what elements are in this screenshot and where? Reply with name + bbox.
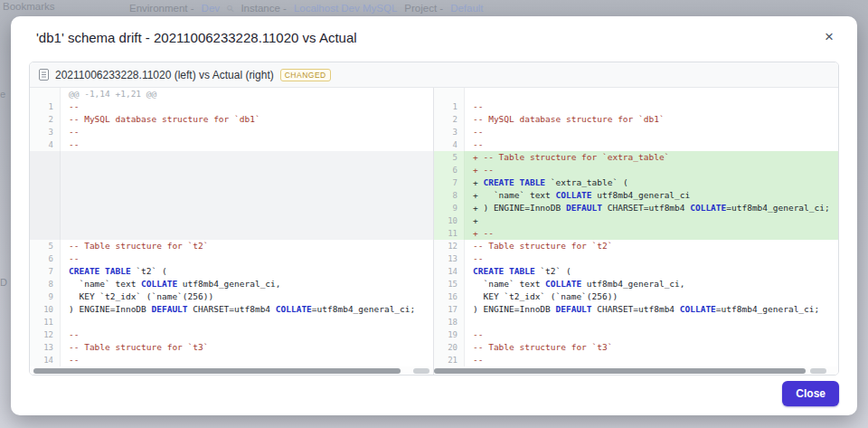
file-icon [39, 69, 49, 81]
left-scrollbar-thumb[interactable] [33, 368, 401, 374]
modal-header: 'db1' schema drift - 20211006233228.1102… [11, 16, 857, 60]
diff-line: 9 KEY `t2_idx` (`name`(256)) [30, 290, 433, 303]
diff-line: 10) ENGINE=InnoDB DEFAULT CHARSET=utf8mb… [30, 303, 433, 316]
diff-line: 5+ -- Table structure for `extra_table` [434, 151, 838, 164]
diff-gap-block [30, 151, 433, 240]
environment-value: Dev [202, 3, 220, 14]
diff-line: 11+ -- [434, 227, 838, 240]
project-value: Default [450, 3, 483, 14]
diff-line: 21-- [434, 354, 838, 366]
status-badge: CHANGED [280, 69, 331, 81]
diff-pane-right[interactable]: 1--2-- MySQL database structure for `db1… [434, 88, 838, 375]
modal-footer: Close [782, 381, 839, 406]
diff-body: @@ -1,14 +1,21 @@1--2-- MySQL database s… [30, 88, 838, 375]
diff-pane-left[interactable]: @@ -1,14 +1,21 @@1--2-- MySQL database s… [30, 88, 434, 375]
diff-line: 7+ CREATE TABLE `extra_table` ( [434, 176, 838, 189]
diff-file-label: 20211006233228.11020 (left) vs Actual (r… [55, 69, 274, 81]
diff-line: 15 `name` text COLLATE utf8mb4_general_c… [434, 278, 838, 290]
right-horizontal-scrollbar[interactable] [434, 366, 838, 375]
left-horizontal-scrollbar[interactable] [30, 366, 433, 375]
project-label: Project - [404, 3, 443, 14]
instance-value: Localhost Dev MySQL [294, 3, 397, 14]
diff-line: 3-- [30, 126, 433, 138]
diff-line: 14CREATE TABLE `t2` ( [434, 265, 838, 278]
environment-label: Environment - [129, 3, 194, 14]
diff-line: 11 [30, 316, 433, 328]
right-scrollbar-thumb[interactable] [434, 368, 806, 374]
diff-line: 8+ `name` text COLLATE utf8mb4_general_c… [434, 189, 838, 202]
background-app-topbar: Bookmarks Environment - Dev ⚲ Instance -… [0, 0, 868, 14]
diff-line: 6+ -- [434, 164, 838, 176]
diff-line: 13-- Table structure for `t3` [30, 341, 433, 354]
diff-line: 5-- Table structure for `t2` [30, 240, 433, 252]
diff-line: 13-- [434, 252, 838, 265]
background-sidebar-fragment: D [0, 277, 7, 288]
diff-line: 2-- MySQL database structure for `db1` [30, 113, 433, 126]
diff-line: 18 [434, 316, 838, 328]
left-scrollbar-end-piece [413, 368, 429, 374]
diff-card: 20211006233228.11020 (left) vs Actual (r… [29, 62, 839, 376]
diff-line: 1-- [434, 100, 838, 113]
close-icon[interactable]: × [819, 27, 839, 47]
diff-line: 19-- [434, 328, 838, 341]
diff-header: 20211006233228.11020 (left) vs Actual (r… [30, 62, 838, 88]
instance-plug-icon: ⚲ [224, 3, 236, 14]
diff-line: 1-- [30, 100, 433, 113]
diff-line: 12-- [30, 328, 433, 341]
diff-line: 17) ENGINE=InnoDB DEFAULT CHARSET=utf8mb… [434, 303, 838, 316]
diff-line: 4-- [434, 138, 838, 151]
diff-line [434, 88, 838, 100]
diff-line: 14-- [30, 354, 433, 366]
diff-line: 6-- [30, 252, 433, 265]
diff-line: @@ -1,14 +1,21 @@ [30, 88, 433, 100]
background-bookmarks-label: Bookmarks [3, 1, 55, 12]
diff-line: 12-- Table structure for `t2` [434, 240, 838, 252]
background-sidebar-fragment: e [0, 89, 5, 100]
diff-line: 10+ [434, 214, 838, 227]
diff-line: 3-- [434, 126, 838, 138]
diff-line: 4-- [30, 138, 433, 151]
close-button[interactable]: Close [782, 381, 839, 406]
diff-line: 7CREATE TABLE `t2` ( [30, 265, 433, 278]
diff-line: 20-- Table structure for `t3` [434, 341, 838, 354]
right-scrollbar-end-piece [810, 368, 826, 374]
schema-drift-modal: 'db1' schema drift - 20211006233228.1102… [11, 16, 857, 415]
modal-title: 'db1' schema drift - 20211006233228.1102… [36, 30, 357, 45]
instance-label: Instance - [241, 3, 287, 14]
diff-line: 16 KEY `t2_idx` (`name`(256)) [434, 290, 838, 303]
diff-line: 9+ ) ENGINE=InnoDB DEFAULT CHARSET=utf8m… [434, 202, 838, 214]
diff-line: 8 `name` text COLLATE utf8mb4_general_ci… [30, 278, 433, 290]
diff-line: 2-- MySQL database structure for `db1` [434, 113, 838, 126]
